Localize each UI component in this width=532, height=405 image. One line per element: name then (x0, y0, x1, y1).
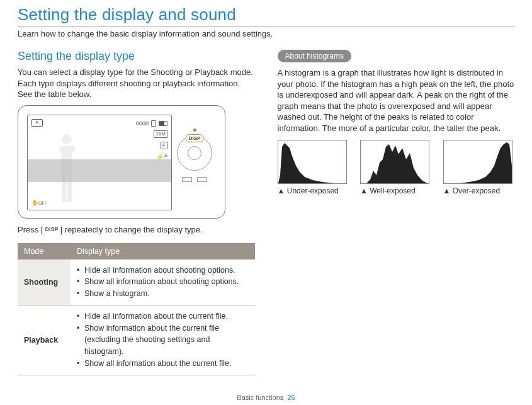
histogram-under-exposed (278, 140, 347, 184)
camera-controls: DISP (177, 128, 212, 182)
table-header-row: Mode Display type (18, 243, 255, 260)
list-item: Show a histogram. (77, 288, 249, 300)
right-column: About histograms A histogram is a graph … (278, 50, 515, 375)
frame-counter: 0000 (136, 120, 149, 127)
table-row: Playback Hide all information about the … (18, 305, 255, 375)
page-title: Setting the display and sound (18, 5, 514, 25)
display-type-intro: You can select a display type for the Sh… (18, 67, 255, 100)
press-suffix: ] repeatedly to change the display type. (60, 225, 202, 234)
mode-indicator-icon: P (31, 119, 43, 127)
dpad-center (188, 146, 201, 160)
mode-cell-shooting: Shooting (18, 260, 71, 305)
display-type-table: Mode Display type Shooting Hide all info… (18, 243, 255, 375)
type-cell-playback: Hide all information about the current f… (71, 305, 255, 375)
footer-page-number: 26 (287, 394, 295, 401)
histogram-well-icon (361, 140, 429, 184)
flash-icon: ⚡ᴬ (156, 153, 167, 161)
mode-cell-playback: Playback (18, 305, 71, 375)
indicator-dot (193, 128, 196, 132)
svg-rect-5 (67, 174, 72, 202)
histogram-item-over: ▲ Over-exposed (443, 140, 515, 195)
histogram-item-well: ▲ Well-exposed (360, 140, 432, 195)
page-footer: Basic functions 26 (0, 394, 532, 401)
dpad-ring: DISP (177, 135, 212, 171)
disp-inline-icon: DISP (43, 226, 60, 232)
histogram-examples-row: ▲ Under-exposed ▲ Well-exposed ▲ Over-ex… (278, 140, 515, 195)
histogram-paragraph: A histogram is a graph that illustrates … (278, 67, 515, 134)
footer-section: Basic functions (237, 394, 283, 401)
screen-strip (28, 159, 171, 182)
page-subtitle: Learn how to change the basic display in… (18, 29, 514, 38)
left-column: Setting the display type You can select … (18, 50, 255, 375)
svg-marker-6 (278, 143, 347, 184)
histogram-over-exposed (443, 140, 512, 184)
person-silhouette-icon (53, 133, 84, 208)
list-item: Hide all information about the current f… (77, 311, 249, 322)
resolution-icon: 16M (154, 130, 167, 138)
svg-point-0 (62, 134, 72, 144)
caption-over: ▲ Over-exposed (443, 186, 515, 195)
list-item: Show information about the current file … (77, 322, 249, 358)
press-instruction: Press [DISP] repeatedly to change the di… (18, 225, 255, 234)
section-title-display-type: Setting the display type (18, 50, 255, 63)
histogram-well-exposed (360, 140, 429, 184)
type-cell-shooting: Hide all information about shooting opti… (71, 260, 255, 305)
content-columns: Setting the display type You can select … (18, 50, 514, 375)
svg-marker-7 (361, 144, 429, 184)
disp-button-callout: DISP (186, 134, 204, 142)
battery-icon (159, 121, 167, 126)
list-item: Show all information about the current f… (77, 358, 249, 370)
th-mode: Mode (18, 243, 71, 260)
lower-buttons (182, 177, 207, 182)
table-row: Shooting Hide all information about shoo… (18, 260, 255, 305)
camera-screen: P 0000 16M F ⚡ᴬ ✋OFF (27, 115, 172, 210)
camera-illustration: P 0000 16M F ⚡ᴬ ✋OFF D (18, 105, 225, 219)
card-icon (151, 120, 156, 127)
quality-icon: F (161, 142, 167, 149)
title-rule (18, 26, 514, 26)
svg-marker-8 (444, 142, 512, 184)
caption-under: ▲ Under-exposed (278, 186, 349, 195)
th-display-type: Display type (71, 243, 255, 260)
about-histograms-pill: About histograms (278, 50, 351, 62)
caption-well: ▲ Well-exposed (360, 186, 432, 195)
rect-button-1 (182, 177, 192, 182)
screen-status-icons: 0000 16M F ⚡ᴬ (136, 120, 167, 161)
list-item: Hide all information about shooting opti… (77, 265, 249, 277)
histogram-over-icon (444, 140, 512, 184)
press-prefix: Press [ (18, 225, 43, 234)
histogram-item-under: ▲ Under-exposed (278, 140, 349, 195)
stabilizer-off-icon: ✋OFF (31, 199, 47, 206)
rect-button-2 (197, 177, 207, 182)
histogram-under-icon (278, 140, 347, 184)
list-item: Show all information about shooting opti… (77, 276, 249, 288)
svg-rect-4 (62, 174, 66, 202)
